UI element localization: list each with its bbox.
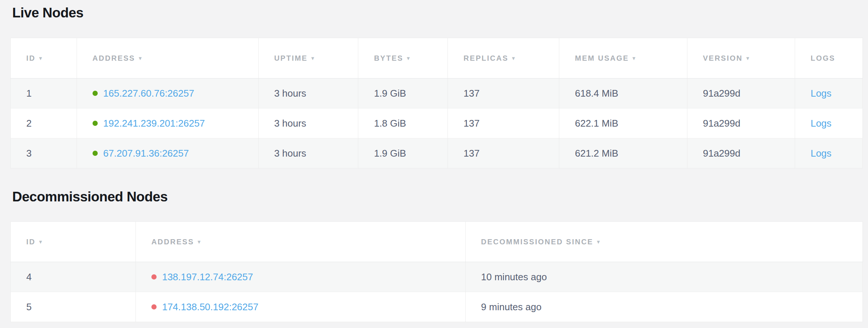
node-replicas-cell: 137	[448, 138, 559, 168]
sort-arrow-icon: ▾	[407, 55, 410, 61]
logs-link[interactable]: Logs	[811, 118, 831, 129]
node-address-link[interactable]: 192.241.239.201:26257	[103, 118, 205, 129]
node-replicas-cell: 137	[448, 108, 559, 138]
node-mem-usage-cell: 618.4 MiB	[559, 78, 687, 108]
decommissioned-nodes-title: Decommissioned Nodes	[12, 189, 863, 205]
live-status-dot-icon	[93, 121, 98, 126]
node-bytes-cell: 1.8 GiB	[358, 108, 448, 138]
column-header-id[interactable]: ID▾	[11, 38, 77, 78]
decommissioned-status-dot-icon	[151, 304, 157, 309]
table-row: 2 192.241.239.201:26257 3 hours 1.8 GiB …	[11, 108, 863, 138]
node-uptime-cell: 3 hours	[258, 108, 358, 138]
column-header-bytes[interactable]: BYTES▾	[358, 38, 448, 78]
decommissioned-since-cell: 10 minutes ago	[465, 262, 862, 292]
node-logs-cell: Logs	[795, 108, 862, 138]
sort-arrow-icon: ▾	[311, 55, 314, 61]
node-id-cell: 1	[11, 78, 77, 108]
column-header-label: BYTES	[374, 54, 403, 62]
node-address-cell: 138.197.12.74:26257	[135, 262, 465, 292]
node-address-link[interactable]: 165.227.60.76:26257	[103, 88, 194, 99]
node-bytes-cell: 1.9 GiB	[358, 78, 448, 108]
column-header-logs: LOGS	[795, 38, 862, 78]
node-address-link[interactable]: 174.138.50.192:26257	[162, 301, 258, 313]
column-header-label: MEM USAGE	[575, 54, 629, 62]
live-nodes-table: ID▾ ADDRESS▾ UPTIME▾ BYTES▾ REPLICAS▾ ME…	[10, 38, 863, 168]
node-address-cell: 192.241.239.201:26257	[77, 108, 258, 138]
table-row: 4 138.197.12.74:26257 10 minutes ago	[11, 262, 863, 292]
node-address-cell: 165.227.60.76:26257	[77, 78, 258, 108]
node-address-link[interactable]: 138.197.12.74:26257	[162, 271, 253, 283]
column-header-label: ADDRESS	[151, 238, 194, 246]
decommissioned-nodes-table: ID▾ ADDRESS▾ DECOMMISSIONED SINCE▾ 4 138…	[10, 221, 863, 322]
node-logs-cell: Logs	[795, 138, 862, 168]
decommissioned-since-cell: 9 minutes ago	[465, 292, 862, 322]
column-header-decommissioned-since[interactable]: DECOMMISSIONED SINCE▾	[465, 222, 862, 262]
live-nodes-title: Live Nodes	[12, 5, 863, 21]
logs-link[interactable]: Logs	[811, 88, 831, 99]
node-id-cell: 2	[11, 108, 77, 138]
node-bytes-cell: 1.9 GiB	[358, 138, 448, 168]
column-header-uptime[interactable]: UPTIME▾	[258, 38, 358, 78]
column-header-label: LOGS	[811, 54, 835, 62]
table-row: 5 174.138.50.192:26257 9 minutes ago	[11, 292, 863, 322]
node-id-cell: 4	[11, 262, 136, 292]
sort-arrow-icon: ▾	[39, 55, 42, 61]
sort-arrow-icon: ▾	[139, 55, 141, 61]
column-header-label: ID	[26, 54, 36, 62]
sort-arrow-icon: ▾	[512, 55, 515, 61]
sort-arrow-icon: ▾	[597, 239, 600, 245]
node-mem-usage-cell: 621.2 MiB	[559, 138, 687, 168]
column-header-label: ADDRESS	[93, 54, 135, 62]
column-header-address[interactable]: ADDRESS▾	[135, 222, 465, 262]
node-address-cell: 67.207.91.36:26257	[77, 138, 258, 168]
live-nodes-header-row: ID▾ ADDRESS▾ UPTIME▾ BYTES▾ REPLICAS▾ ME…	[11, 38, 863, 78]
node-uptime-cell: 3 hours	[258, 78, 358, 108]
live-status-dot-icon	[93, 151, 98, 156]
nodes-page: Live Nodes ID▾ ADDRESS▾ UPTIME▾ BYTES▾ R…	[0, 0, 868, 322]
node-version-cell: 91a299d	[687, 108, 795, 138]
node-id-cell: 5	[11, 292, 136, 322]
column-header-id[interactable]: ID▾	[11, 222, 136, 262]
column-header-label: ID	[26, 238, 36, 246]
column-header-version[interactable]: VERSION▾	[687, 38, 795, 78]
live-status-dot-icon	[93, 91, 98, 96]
node-replicas-cell: 137	[448, 78, 559, 108]
table-row: 3 67.207.91.36:26257 3 hours 1.9 GiB 137…	[11, 138, 863, 168]
decommissioned-nodes-header-row: ID▾ ADDRESS▾ DECOMMISSIONED SINCE▾	[11, 222, 863, 262]
column-header-label: REPLICAS	[463, 54, 508, 62]
column-header-mem-usage[interactable]: MEM USAGE▾	[559, 38, 687, 78]
node-mem-usage-cell: 622.1 MiB	[559, 108, 687, 138]
node-version-cell: 91a299d	[687, 138, 795, 168]
node-address-link[interactable]: 67.207.91.36:26257	[103, 148, 189, 159]
node-logs-cell: Logs	[795, 78, 862, 108]
column-header-label: DECOMMISSIONED SINCE	[481, 238, 593, 246]
column-header-address[interactable]: ADDRESS▾	[77, 38, 258, 78]
column-header-replicas[interactable]: REPLICAS▾	[448, 38, 559, 78]
column-header-label: VERSION	[703, 54, 743, 62]
logs-link[interactable]: Logs	[811, 148, 831, 159]
sort-arrow-icon: ▾	[198, 239, 200, 245]
column-header-label: UPTIME	[274, 54, 308, 62]
node-address-cell: 174.138.50.192:26257	[135, 292, 465, 322]
node-uptime-cell: 3 hours	[258, 138, 358, 168]
sort-arrow-icon: ▾	[747, 55, 749, 61]
sort-arrow-icon: ▾	[39, 239, 42, 245]
decommissioned-status-dot-icon	[151, 274, 157, 280]
node-version-cell: 91a299d	[687, 78, 795, 108]
table-row: 1 165.227.60.76:26257 3 hours 1.9 GiB 13…	[11, 78, 863, 108]
node-id-cell: 3	[11, 138, 77, 168]
sort-arrow-icon: ▾	[633, 55, 635, 61]
